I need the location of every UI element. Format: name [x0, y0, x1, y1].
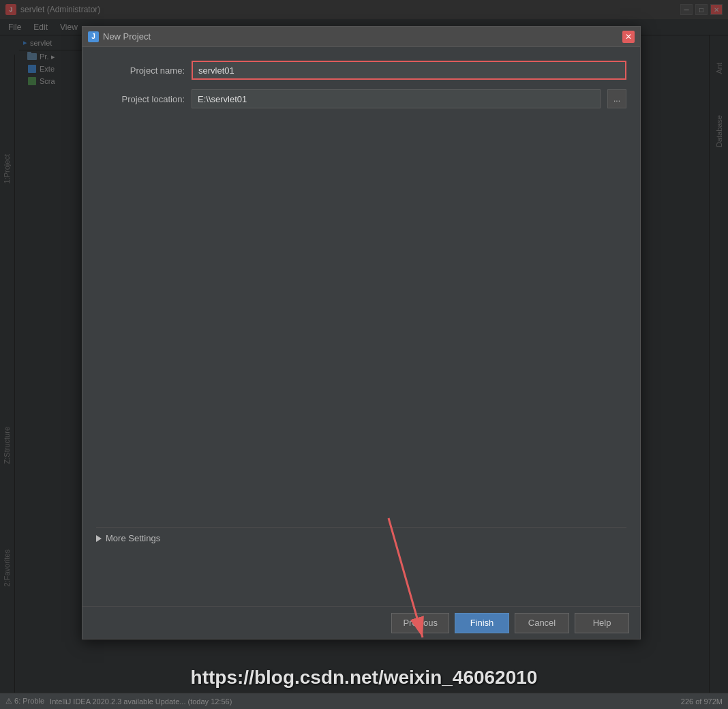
more-settings-label: More Settings — [106, 533, 160, 543]
finish-button[interactable]: Finish — [455, 613, 509, 633]
help-button[interactable]: Help — [575, 613, 629, 633]
dialog-footer: Previous Finish Cancel Help — [82, 606, 640, 639]
expand-icon — [96, 535, 102, 542]
new-project-dialog: J New Project ✕ Project name: Project lo… — [82, 26, 641, 639]
project-name-row: Project name: — [96, 61, 626, 80]
project-location-row: Project location: ... — [96, 89, 626, 108]
previous-button[interactable]: Previous — [391, 613, 449, 633]
status-update: IntelliJ IDEA 2020.2.3 available Update.… — [50, 697, 676, 706]
more-settings-toggle[interactable]: More Settings — [96, 527, 626, 549]
dialog-icon: J — [88, 31, 99, 42]
dialog-body: Project name: Project location: ... More… — [82, 47, 640, 606]
dialog-titlebar: J New Project ✕ — [82, 27, 640, 47]
dialog-title: New Project — [103, 31, 618, 42]
project-location-input[interactable] — [192, 89, 601, 108]
status-bar: ⚠ 6: Proble IntelliJ IDEA 2020.2.3 avail… — [0, 693, 728, 709]
cancel-button[interactable]: Cancel — [515, 613, 569, 633]
dialog-empty-space — [96, 118, 626, 527]
browse-button[interactable]: ... — [607, 89, 626, 108]
memory-indicator: 226 of 972M — [681, 697, 723, 706]
project-name-input[interactable] — [192, 61, 626, 80]
dialog-close-button[interactable]: ✕ — [622, 31, 635, 43]
project-location-label: Project location: — [96, 94, 185, 104]
status-problems[interactable]: ⚠ 6: Proble — [5, 697, 44, 706]
project-name-label: Project name: — [96, 65, 185, 76]
